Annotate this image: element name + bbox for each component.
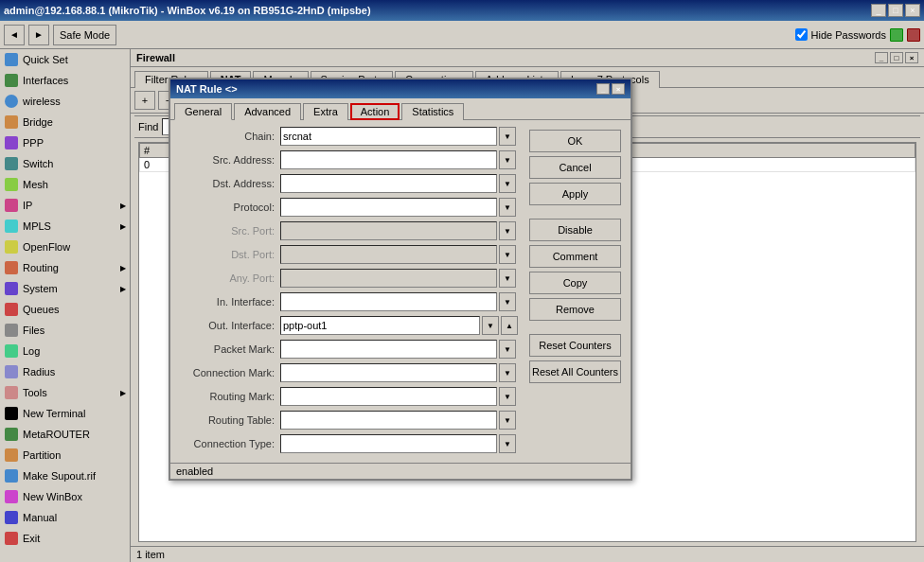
sidebar-item-routing[interactable]: Routing ▶: [0, 257, 130, 278]
openflow-icon: [4, 239, 19, 255]
nat-rule-dialog: NAT Rule <> _ × General Advanced Extra A…: [169, 78, 632, 481]
title-bar-text: admin@192.168.88.1 (MikroTik) - WinBox v…: [4, 5, 371, 16]
comment-button[interactable]: Comment: [529, 245, 621, 268]
copy-button[interactable]: Copy: [529, 272, 621, 294]
remove-button[interactable]: Remove: [529, 298, 621, 321]
tab-statistics[interactable]: Statistics: [401, 103, 464, 120]
minimize-button[interactable]: _: [871, 4, 886, 17]
src-port-dropdown-button[interactable]: ▼: [499, 221, 516, 240]
nat-rule-close-button[interactable]: ×: [612, 83, 625, 95]
routing-table-dropdown-button[interactable]: ▼: [499, 411, 516, 430]
system-arrow-icon: ▶: [120, 285, 126, 293]
in-interface-dropdown-button[interactable]: ▼: [499, 292, 516, 311]
sidebar-item-log[interactable]: Log: [0, 341, 130, 361]
sidebar-item-ip[interactable]: IP ▶: [0, 195, 130, 216]
wireless-icon: [4, 94, 19, 109]
dst-address-dropdown-button[interactable]: ▼: [499, 174, 516, 193]
maximize-button[interactable]: □: [888, 4, 903, 17]
sidebar-item-wireless[interactable]: wireless: [0, 91, 130, 112]
firewall-close-button[interactable]: ×: [905, 52, 918, 63]
forward-button[interactable]: ►: [28, 25, 49, 45]
sidebar-item-new-terminal[interactable]: New Terminal: [0, 403, 130, 424]
firewall-minimize-button[interactable]: _: [875, 52, 888, 63]
add-rule-button[interactable]: +: [134, 91, 155, 110]
sidebar-item-files[interactable]: Files: [0, 320, 130, 341]
sidebar-item-ppp[interactable]: PPP: [0, 132, 130, 153]
nat-rule-minimize-button[interactable]: _: [596, 83, 610, 95]
sidebar-label-quick-set: Quick Set: [23, 54, 68, 65]
connection-type-row: Connection Type: ▼: [176, 433, 518, 454]
firewall-maximize-button[interactable]: □: [890, 52, 903, 63]
cancel-button[interactable]: Cancel: [529, 156, 621, 179]
sidebar-item-tools[interactable]: Tools ▶: [0, 382, 130, 403]
connection-type-input[interactable]: [280, 434, 497, 453]
any-port-input[interactable]: [280, 269, 497, 288]
tools-icon: [4, 385, 19, 400]
sidebar-item-bridge[interactable]: Bridge: [0, 112, 130, 132]
sidebar-label-log: Log: [23, 345, 40, 357]
any-port-dropdown-button[interactable]: ▼: [499, 269, 516, 288]
sidebar-label-switch: Switch: [23, 158, 53, 169]
tab-advanced[interactable]: Advanced: [234, 103, 301, 120]
sidebar-item-switch[interactable]: Switch: [0, 153, 130, 174]
disable-button[interactable]: Disable: [529, 219, 621, 241]
protocol-dropdown-button[interactable]: ▼: [499, 198, 516, 217]
sidebar-label-openflow: OpenFlow: [23, 241, 70, 253]
out-interface-up-button[interactable]: ▲: [501, 316, 518, 335]
dst-port-dropdown-button[interactable]: ▼: [499, 245, 516, 264]
lock-green-icon: [890, 28, 903, 42]
sidebar-item-quick-set[interactable]: Quick Set: [0, 49, 130, 70]
sidebar-item-manual[interactable]: Manual: [0, 507, 130, 528]
sidebar-label-make-supout: Make Supout.rif: [23, 470, 96, 482]
src-port-input[interactable]: [280, 221, 497, 240]
sidebar-item-system[interactable]: System ▶: [0, 278, 130, 299]
dst-port-control: ▼: [280, 245, 518, 264]
packet-mark-input[interactable]: [280, 340, 497, 359]
chain-dropdown-button[interactable]: ▼: [499, 127, 516, 146]
src-address-dropdown-button[interactable]: ▼: [499, 150, 516, 169]
src-address-input[interactable]: [280, 150, 497, 169]
sidebar-item-openflow[interactable]: OpenFlow: [0, 237, 130, 257]
sidebar-item-new-winbox[interactable]: New WinBox: [0, 486, 130, 507]
out-interface-dropdown-button[interactable]: ▼: [482, 316, 499, 335]
sidebar-label-system: System: [23, 283, 58, 294]
sidebar-label-new-winbox: New WinBox: [23, 491, 82, 502]
packet-mark-dropdown-button[interactable]: ▼: [499, 340, 516, 359]
dst-port-input[interactable]: [280, 245, 497, 264]
sidebar-item-partition[interactable]: Partition: [0, 445, 130, 465]
connection-mark-dropdown-button[interactable]: ▼: [499, 363, 516, 382]
back-button[interactable]: ◄: [4, 25, 25, 45]
out-interface-input[interactable]: [280, 316, 480, 335]
routing-mark-input[interactable]: [280, 387, 497, 406]
tab-extra[interactable]: Extra: [303, 103, 348, 120]
chain-input[interactable]: [280, 127, 497, 146]
sidebar-item-meta-router[interactable]: MetaROUTER: [0, 424, 130, 445]
router-icon: [4, 427, 19, 442]
tab-action[interactable]: Action: [350, 103, 400, 120]
hide-passwords-label[interactable]: Hide Passwords: [795, 28, 886, 41]
safe-mode-button[interactable]: Safe Mode: [53, 25, 116, 45]
hide-passwords-checkbox[interactable]: [795, 28, 808, 41]
interfaces-icon: [4, 73, 19, 88]
connection-mark-input[interactable]: [280, 363, 497, 382]
dst-address-input[interactable]: [280, 174, 497, 193]
sidebar-label-files: Files: [23, 325, 44, 336]
sidebar-item-interfaces[interactable]: Interfaces: [0, 70, 130, 91]
protocol-input[interactable]: [280, 198, 497, 217]
sidebar-item-exit[interactable]: Exit: [0, 528, 130, 549]
reset-all-counters-button[interactable]: Reset All Counters: [529, 360, 621, 383]
connection-type-dropdown-button[interactable]: ▼: [499, 434, 516, 453]
apply-button[interactable]: Apply: [529, 183, 621, 205]
tab-general[interactable]: General: [174, 103, 232, 120]
close-button[interactable]: ×: [905, 4, 920, 17]
in-interface-input[interactable]: [280, 292, 497, 311]
reset-counters-button[interactable]: Reset Counters: [529, 334, 621, 357]
ok-button[interactable]: OK: [529, 130, 621, 152]
sidebar-item-radius[interactable]: Radius: [0, 361, 130, 382]
sidebar-item-mesh[interactable]: Mesh: [0, 174, 130, 195]
sidebar-item-make-supout[interactable]: Make Supout.rif: [0, 465, 130, 486]
routing-mark-dropdown-button[interactable]: ▼: [499, 387, 516, 406]
sidebar-item-queues[interactable]: Queues: [0, 299, 130, 320]
sidebar-item-mpls[interactable]: MPLS ▶: [0, 216, 130, 237]
routing-table-input[interactable]: [280, 411, 497, 430]
